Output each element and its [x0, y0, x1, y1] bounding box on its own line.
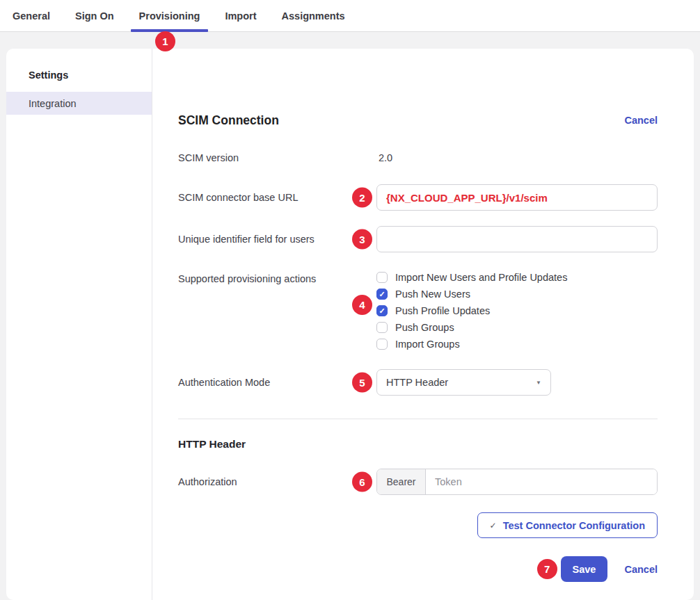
callout-badge-6: 6: [352, 472, 372, 492]
callout-badge-5: 5: [352, 373, 372, 393]
test-connector-configuration-button[interactable]: ✓ Test Connector Configuration: [477, 512, 658, 538]
base-url-row: SCIM connector base URL 2: [178, 184, 658, 211]
auth-mode-label: Authentication Mode: [178, 369, 376, 396]
checkbox-import-new-users[interactable]: ✓ Import New Users and Profile Updates: [376, 269, 658, 286]
check-icon: ✓: [379, 307, 385, 315]
tab-sign-on[interactable]: Sign On: [63, 0, 127, 31]
scim-version-row: SCIM version 2.0: [178, 149, 658, 166]
unique-id-label: Unique identifier field for users: [178, 226, 376, 252]
checkbox-push-profile-updates[interactable]: ✓ Push Profile Updates: [376, 302, 658, 319]
callout-badge-1: 1: [155, 31, 175, 51]
checkbox-box[interactable]: ✓: [376, 305, 388, 316]
checkbox-box[interactable]: ✓: [376, 289, 388, 300]
callout-badge-2: 2: [352, 188, 372, 208]
base-url-label: SCIM connector base URL: [178, 184, 376, 211]
token-input[interactable]: [426, 469, 657, 494]
sidebar-item-integration[interactable]: Integration: [6, 92, 152, 115]
authorization-input-group: Bearer: [376, 469, 658, 495]
tab-general[interactable]: General: [0, 0, 63, 31]
scim-version-label: SCIM version: [178, 149, 376, 166]
tab-provisioning[interactable]: Provisioning: [127, 0, 213, 31]
authorization-label: Authorization: [178, 469, 376, 495]
sidebar-header: Settings: [6, 70, 152, 81]
checkbox-box[interactable]: ✓: [376, 322, 388, 333]
provisioning-actions-label: Supported provisioning actions: [178, 269, 376, 352]
save-button[interactable]: Save: [561, 556, 608, 582]
checkbox-label: Import Groups: [395, 339, 460, 350]
callout-badge-3: 3: [352, 229, 372, 250]
scim-connection-panel: SCIM Connection Cancel SCIM version 2.0 …: [152, 49, 695, 600]
tab-import[interactable]: Import: [212, 0, 269, 31]
callout-badge-7: 7: [537, 559, 557, 579]
unique-id-row: Unique identifier field for users 3: [178, 226, 658, 252]
section-divider: [178, 419, 658, 419]
checkbox-push-new-users[interactable]: ✓ Push New Users: [376, 286, 658, 302]
callout-badge-4: 4: [352, 295, 372, 315]
checkbox-push-groups[interactable]: ✓ Push Groups: [376, 319, 658, 336]
auth-mode-selected-value: HTTP Header: [386, 377, 448, 388]
http-header-section-title: HTTP Header: [178, 438, 658, 452]
cancel-link-bottom[interactable]: Cancel: [624, 564, 658, 575]
checkbox-label: Import New Users and Profile Updates: [395, 272, 567, 283]
app-tabbar: General Sign On Provisioning Import Assi…: [0, 0, 700, 32]
page-title: SCIM Connection: [178, 113, 279, 128]
auth-mode-row: Authentication Mode 5 HTTP Header ▼: [178, 369, 658, 396]
chevron-down-icon: ▼: [536, 380, 541, 386]
base-url-input[interactable]: [376, 184, 658, 211]
cancel-link-top[interactable]: Cancel: [624, 115, 658, 126]
bearer-prefix: Bearer: [377, 469, 426, 494]
settings-card: Settings Integration SCIM Connection Can…: [6, 49, 694, 600]
provisioning-actions-row: Supported provisioning actions 4 ✓ Impor…: [178, 269, 658, 352]
authorization-row: Authorization 6 Bearer: [178, 469, 658, 495]
auth-mode-select[interactable]: HTTP Header ▼: [376, 369, 551, 396]
settings-sidebar: Settings Integration: [6, 49, 152, 600]
checkbox-label: Push Groups: [395, 322, 454, 333]
unique-id-input[interactable]: [376, 226, 658, 252]
scim-version-value: 2.0: [376, 149, 658, 166]
check-icon: ✓: [490, 521, 497, 530]
checkbox-import-groups[interactable]: ✓ Import Groups: [376, 336, 658, 352]
tab-assignments[interactable]: Assignments: [269, 0, 358, 31]
checkbox-box[interactable]: ✓: [376, 339, 388, 350]
test-button-label: Test Connector Configuration: [503, 520, 645, 531]
checkbox-label: Push Profile Updates: [395, 305, 490, 316]
check-icon: ✓: [379, 291, 385, 298]
checkbox-box[interactable]: ✓: [376, 272, 388, 283]
checkbox-label: Push New Users: [395, 289, 470, 300]
